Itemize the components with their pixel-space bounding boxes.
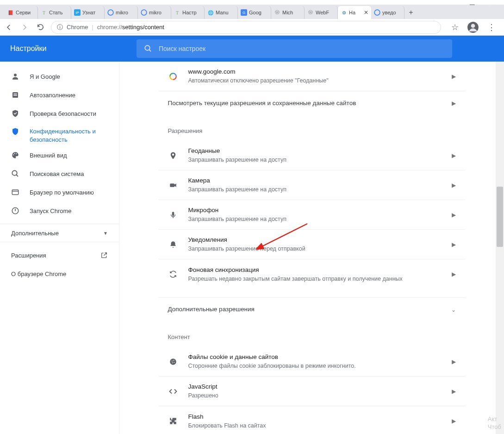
row-view-permissions[interactable]: Посмотреть текущие разрешения и сохранен… <box>159 91 465 115</box>
row-cookies[interactable]: Файлы cookie и данные сайтовСторонние фа… <box>159 347 465 377</box>
tab-8[interactable]: ⓌMich <box>271 6 305 19</box>
sidebar-about-chrome[interactable]: О браузере Chrome <box>0 264 119 283</box>
google-favicon <box>168 72 178 81</box>
bookmark-star-icon[interactable]: ☆ <box>451 22 459 32</box>
tab-10-active[interactable]: ⚙На✕ <box>338 6 371 19</box>
tab-5[interactable]: TНастр <box>171 6 205 19</box>
tab-7[interactable]: GGoog <box>238 6 271 19</box>
mail-icon: 📕 <box>7 9 14 16</box>
external-link-icon <box>100 252 108 259</box>
tab-label: Узнат <box>82 10 95 15</box>
row-flash[interactable]: FlashБлокировать Flash на сайтах ▶ <box>159 406 465 434</box>
palette-icon <box>11 151 19 159</box>
ip-icon: IP <box>74 9 81 16</box>
row-notifications[interactable]: УведомленияЗапрашивать разрешение перед … <box>159 230 465 259</box>
svg-point-13 <box>12 170 17 176</box>
row-subtitle: Разрешено <box>188 391 442 400</box>
chevron-right-icon: ▶ <box>452 100 456 107</box>
autofill-icon <box>11 91 19 99</box>
sidebar-item-privacy[interactable]: Конфиденциальность и безопасность <box>0 123 119 146</box>
tab-0[interactable]: 📕Серви <box>5 6 38 19</box>
tab-6[interactable]: 🌐Manu <box>205 6 238 19</box>
globe-icon: 🌐 <box>207 9 214 16</box>
sidebar-item-label: Поисковая система <box>30 170 84 177</box>
back-button[interactable] <box>4 22 14 32</box>
sidebar-item-autofill[interactable]: Автозаполнение <box>0 86 119 104</box>
row-subtitle: Запрашивать разрешение на доступ <box>188 215 442 224</box>
row-location[interactable]: ГеоданныеЗапрашивать разрешение на досту… <box>159 141 465 170</box>
new-tab-button[interactable]: + <box>404 6 417 19</box>
menu-dots-icon[interactable]: ⋮ <box>487 22 496 32</box>
row-camera[interactable]: КамераЗапрашивать разрешение на доступ ▶ <box>159 170 465 200</box>
row-subtitle: Запрашивать разрешение на доступ <box>188 156 442 164</box>
chevron-right-icon: ▶ <box>452 73 456 80</box>
svg-point-6 <box>14 74 17 76</box>
t-icon: T <box>174 9 180 16</box>
close-icon[interactable]: ✕ <box>364 9 368 16</box>
scrollbar-track[interactable] <box>496 62 504 434</box>
code-icon <box>168 387 178 396</box>
w-icon: Ⓦ <box>274 9 280 16</box>
titlebar <box>0 0 504 5</box>
sidebar-item-appearance[interactable]: Внешний вид <box>0 146 119 164</box>
shield-icon <box>11 127 19 136</box>
settings-search-input[interactable]: Поиск настроек <box>137 39 452 58</box>
section-header-content: Контент <box>159 321 465 347</box>
sidebar-extensions[interactable]: Расширения <box>0 246 119 264</box>
sidebar-advanced-toggle[interactable]: Дополнительные ▼ <box>0 224 119 242</box>
sidebar-advanced-label: Дополнительные <box>11 230 59 237</box>
tab-label: WebF <box>316 10 329 15</box>
row-microphone[interactable]: МикрофонЗапрашивать разрешение на доступ… <box>159 200 465 230</box>
forward-button[interactable] <box>19 22 30 32</box>
bell-icon <box>168 240 178 249</box>
tab-3[interactable]: mikro <box>105 6 138 19</box>
row-title: Камера <box>188 176 442 185</box>
tab-label: Mich <box>282 10 293 15</box>
sidebar-item-label: Запуск Chrome <box>30 208 72 214</box>
svg-rect-8 <box>13 94 17 94</box>
settings-body: Я и Google Автозаполнение Проверка безоп… <box>0 62 504 434</box>
row-additional-permissions[interactable]: Дополнительные разрешения ⌄ <box>159 297 465 321</box>
tab-label: mikro <box>116 10 128 15</box>
url-text: chrome://settings/content <box>97 24 164 31</box>
w-icon: Ⓦ <box>307 9 314 16</box>
settings-card: www.google.com Автоматически отключено р… <box>159 62 465 434</box>
sidebar-item-search-engine[interactable]: Поисковая система <box>0 164 119 183</box>
row-background-sync[interactable]: Фоновая синхронизацияРазрешать недавно з… <box>159 259 465 289</box>
location-icon <box>168 151 178 160</box>
sidebar-item-you-and-google[interactable]: Я и Google <box>0 67 119 86</box>
url-input[interactable]: ⓘ Chrome | chrome://settings/content <box>51 21 441 34</box>
search-icon <box>144 44 152 53</box>
chevron-right-icon: ▶ <box>452 418 456 424</box>
scrollbar-thumb[interactable] <box>497 187 503 247</box>
row-javascript[interactable]: JavaScriptРазрешено ▶ <box>159 377 465 406</box>
tab-4[interactable]: mikro <box>138 6 171 19</box>
tab-2[interactable]: IPУзнат <box>71 6 105 19</box>
svg-point-22 <box>170 359 176 365</box>
tab-1[interactable]: TСтать <box>38 6 71 19</box>
shield-check-icon <box>11 109 19 118</box>
translate-icon: G <box>241 9 247 16</box>
section-header-permissions: Разрешения <box>159 115 465 141</box>
sidebar-item-startup[interactable]: Запуск Chrome <box>0 201 119 220</box>
chevron-right-icon: ▶ <box>452 241 456 248</box>
svg-point-23 <box>171 360 172 361</box>
tab-9[interactable]: ⓌWebF <box>305 6 338 19</box>
row-google-site[interactable]: www.google.com Автоматически отключено р… <box>159 62 465 91</box>
camera-icon <box>168 181 178 189</box>
row-subtitle: Разрешать недавно закрытым сайтам заверш… <box>188 275 442 283</box>
sidebar-item-label: Автозаполнение <box>30 92 75 99</box>
sidebar-item-safety[interactable]: Проверка безопасности <box>0 104 119 123</box>
site-info-icon[interactable]: ⓘ <box>57 23 63 31</box>
row-subtitle: Сторонние файлы cookie заблокированы в р… <box>188 362 442 371</box>
profile-avatar-icon[interactable] <box>467 21 479 33</box>
sync-icon <box>168 270 178 278</box>
row-title: Фоновая синхронизация <box>188 265 442 275</box>
tab-label: Настр <box>182 10 197 15</box>
sidebar-item-default-browser[interactable]: Браузер по умолчанию <box>0 183 119 201</box>
tab-11[interactable]: уведо <box>371 6 404 19</box>
reload-button[interactable] <box>35 22 45 32</box>
power-icon <box>11 207 19 215</box>
svg-point-4 <box>471 24 475 28</box>
search-icon <box>11 170 19 178</box>
